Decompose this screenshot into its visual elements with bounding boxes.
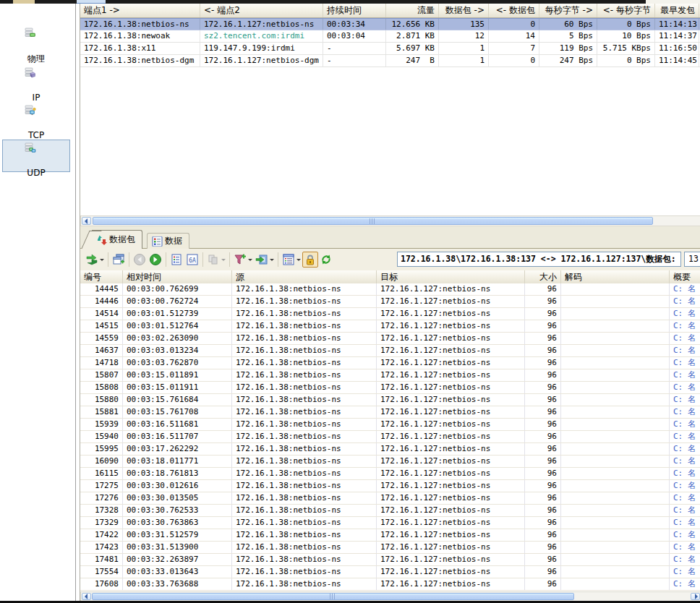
cell: 172.16.1.127:netbios-ns <box>377 283 525 295</box>
packet-filter-display[interactable]: 172.16.1.38\172.16.1.38:137 <-> 172.16.1… <box>397 252 681 267</box>
refresh-button[interactable] <box>318 252 334 268</box>
hex-decode-button[interactable]: 6A <box>184 252 200 268</box>
table-row[interactable]: 1444500:03:00.762699172.16.1.38:netbios-… <box>80 283 700 296</box>
copy-columns-button[interactable] <box>205 252 227 268</box>
table-row[interactable]: 1727500:03:30.012616172.16.1.38:netbios-… <box>80 480 700 492</box>
packet-count-display[interactable]: 13 <box>684 252 700 267</box>
table-row[interactable]: 1580800:03:15.011911172.16.1.38:netbios-… <box>80 382 700 394</box>
back-button[interactable] <box>132 252 148 268</box>
table-row[interactable]: 172.16.1.38:netbios-dgm172.16.1.127:netb… <box>80 55 700 67</box>
packet-export-icon <box>85 253 98 266</box>
column-header[interactable]: 数据包 -> <box>439 4 489 17</box>
packet-export-button[interactable] <box>84 252 106 268</box>
refresh-icon <box>320 253 333 266</box>
scroll-thumb[interactable] <box>92 593 574 600</box>
column-header[interactable]: <- 端点2 <box>200 4 323 17</box>
column-header[interactable]: <- 数据包 <box>489 4 539 17</box>
conversation-body: 172.16.1.38:netbios-ns172.16.1.127:netbi… <box>80 18 700 67</box>
column-header[interactable]: 源 <box>232 270 377 284</box>
note-list-button[interactable] <box>168 252 184 268</box>
cell: 0 <box>489 55 539 67</box>
sidebar-item-physical[interactable]: 物理 <box>2 25 70 65</box>
column-header[interactable]: 持续时间 <box>323 4 386 17</box>
scroll-right-button[interactable] <box>691 593 700 600</box>
packet-hscrollbar[interactable] <box>80 591 700 602</box>
cell: 11:16:50 <box>655 43 699 54</box>
scroll-thumb[interactable] <box>93 217 653 225</box>
cell: C: 名 <box>670 283 700 295</box>
table-row[interactable]: 1732800:03:30.762533172.16.1.38:netbios-… <box>80 505 700 517</box>
tab-data[interactable]: 数据 <box>147 233 189 249</box>
table-row[interactable]: 1451500:03:01.512764172.16.1.38:netbios-… <box>80 320 700 333</box>
column-header[interactable]: 每秒字节 -> <box>539 4 597 17</box>
table-row[interactable]: 1588100:03:15.761708172.16.1.38:netbios-… <box>80 406 700 419</box>
table-row[interactable]: 1611500:03:18.761813172.16.1.38:netbios-… <box>80 468 700 480</box>
table-row[interactable]: 1748100:03:32.263897172.16.1.38:netbios-… <box>80 554 700 566</box>
sidebar-item-udp[interactable]: UDP <box>2 140 70 172</box>
column-header[interactable]: 流量 <box>386 4 439 17</box>
filter-add-button[interactable] <box>232 252 254 268</box>
table-row[interactable]: 1588000:03:15.761684172.16.1.38:netbios-… <box>80 394 700 406</box>
tab-packets[interactable]: 数据包 <box>92 230 142 249</box>
cell <box>561 542 670 553</box>
forward-button[interactable] <box>148 252 163 268</box>
table-row[interactable]: 1451400:03:01.512739172.16.1.38:netbios-… <box>80 308 700 320</box>
table-row[interactable]: 1742200:03:31.512579172.16.1.38:netbios-… <box>80 529 700 542</box>
cell: 11:14:45 <box>655 55 699 67</box>
table-row[interactable]: 1599500:03:17.262292172.16.1.38:netbios-… <box>80 443 700 456</box>
column-header[interactable]: 大小 <box>525 270 561 284</box>
cell: 5.715 KBps <box>597 43 655 54</box>
table-row[interactable]: 1760800:03:33.763688172.16.1.38:netbios-… <box>80 578 700 591</box>
table-row[interactable]: 172.16.1.38:netbios-ns172.16.1.127:netbi… <box>80 18 700 30</box>
scroll-left-button[interactable] <box>82 593 91 600</box>
cell <box>561 468 670 479</box>
cell: 172.16.1.38:netbios-ns <box>232 566 377 578</box>
cell: 17481 <box>80 554 123 565</box>
cell <box>561 320 670 332</box>
lock-scroll-button[interactable] <box>302 252 318 268</box>
cell: - <box>323 55 386 67</box>
new-window-button[interactable] <box>111 252 127 268</box>
column-header[interactable]: 端点1 -> <box>80 4 200 17</box>
table-row[interactable]: 1444600:03:00.762724172.16.1.38:netbios-… <box>80 296 700 308</box>
column-header[interactable]: <- 每秒字节 <box>597 4 655 17</box>
table-row[interactable]: 1471800:03:03.762870172.16.1.38:netbios-… <box>80 357 700 369</box>
conversation-hscrollbar[interactable] <box>80 215 700 226</box>
table-row[interactable]: 1732900:03:30.763863172.16.1.38:netbios-… <box>80 517 700 529</box>
cell: C: 名 <box>670 419 700 430</box>
table-row[interactable]: 1463700:03:03.013234172.16.1.38:netbios-… <box>80 345 700 357</box>
packets-tab-icon <box>96 235 107 245</box>
table-row[interactable]: 1755400:03:33.013643172.16.1.38:netbios-… <box>80 566 700 578</box>
table-row[interactable]: 1727600:03:30.013505172.16.1.38:netbios-… <box>80 492 700 505</box>
cell: 17422 <box>80 529 123 541</box>
cell <box>561 554 670 565</box>
column-select-button[interactable] <box>281 252 302 268</box>
cell: 15939 <box>80 419 123 430</box>
table-row[interactable]: 1594000:03:16.511707172.16.1.38:netbios-… <box>80 431 700 443</box>
column-header[interactable]: 相对时间 <box>123 270 232 284</box>
cell: 00:03:16.511681 <box>123 419 232 430</box>
column-header[interactable]: 解码 <box>561 270 670 284</box>
sidebar-item-tcp[interactable]: TCP <box>2 103 70 140</box>
cell <box>561 394 670 406</box>
cell: 14515 <box>80 320 123 332</box>
column-header[interactable]: 概要 <box>670 270 700 284</box>
column-header[interactable]: 编号 <box>80 270 123 284</box>
column-header[interactable]: 目标 <box>377 270 525 284</box>
table-row[interactable]: 1593900:03:16.511681172.16.1.38:netbios-… <box>80 419 700 431</box>
table-row[interactable]: 172.16.1.38:newoaksz2.tencent.com:irdmi0… <box>80 30 700 43</box>
table-row[interactable]: 172.16.1.38:x11119.147.9.199:irdmi-5.697… <box>80 43 700 55</box>
table-row[interactable]: 1580700:03:15.011891172.16.1.38:netbios-… <box>80 369 700 382</box>
cell: 00:03:33.763688 <box>123 578 232 590</box>
sidebar-item-ip[interactable]: IP <box>2 65 70 103</box>
cell: 172.16.1.38:netbios-ns <box>232 320 377 332</box>
table-row[interactable]: 1609000:03:18.011771172.16.1.38:netbios-… <box>80 456 700 468</box>
goto-packet-button[interactable] <box>254 252 276 268</box>
scroll-left-button[interactable] <box>82 217 91 225</box>
column-header[interactable]: 最早发包 <box>655 4 699 17</box>
cell: 172.16.1.127:netbios-ns <box>377 517 525 529</box>
cell: 172.16.1.38:netbios-ns <box>232 296 377 307</box>
data-tab-icon <box>152 236 163 247</box>
table-row[interactable]: 1455900:03:02.263090172.16.1.38:netbios-… <box>80 333 700 345</box>
table-row[interactable]: 1742300:03:31.513900172.16.1.38:netbios-… <box>80 542 700 554</box>
